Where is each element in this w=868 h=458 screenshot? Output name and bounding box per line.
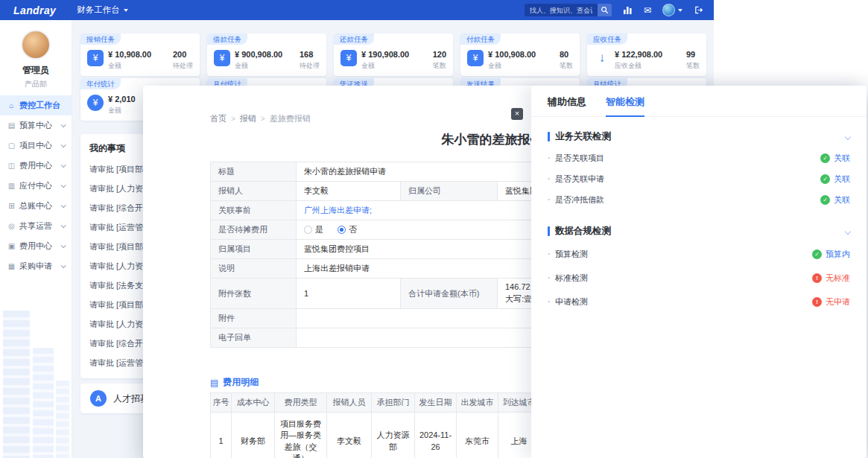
applicant-field-value: 李文毅 <box>297 182 401 201</box>
card-count: 80 <box>560 50 573 59</box>
sidebar-item-label: 共享运营 <box>19 220 52 232</box>
field-label: 说明 <box>211 259 297 279</box>
chevron-down-icon <box>61 122 66 127</box>
status-text[interactable]: 无标准 <box>826 273 850 284</box>
card-amount: ¥ 190,908.00 <box>361 50 409 59</box>
col-header: 报销人员 <box>327 393 372 413</box>
status-text[interactable]: 无申请 <box>826 296 850 308</box>
landray-logo: Landray <box>13 4 56 16</box>
card-count: 200 <box>173 50 193 59</box>
radio-no[interactable] <box>338 226 346 234</box>
section-header: 业务关联检测 <box>548 130 850 143</box>
field-label: 关联事前 <box>211 201 297 220</box>
cell-date: 2024-11-26 <box>415 413 457 458</box>
sidebar-item-label: 费控工作台 <box>19 100 60 111</box>
status-link[interactable]: 关联 <box>834 153 850 164</box>
breadcrumb-separator: > <box>261 115 265 123</box>
bullet-icon: · <box>548 194 551 205</box>
status-link[interactable]: 关联 <box>834 174 850 185</box>
user-name: 管理员 <box>0 64 72 77</box>
radio-yes[interactable] <box>304 226 312 234</box>
chevron-down-icon <box>61 203 66 208</box>
status-link[interactable]: 预算内 <box>826 249 850 260</box>
prior-request-link[interactable]: 广州上海出差申请; <box>304 206 372 214</box>
purchase-icon: ▦ <box>7 262 16 270</box>
check-circle-icon: ✓ <box>812 249 822 259</box>
attach-count-value: 1 <box>297 279 401 309</box>
tab-smart-check[interactable]: 智能检测 <box>606 95 644 117</box>
section-title: 数据合规检测 <box>555 225 611 238</box>
status-link[interactable]: 关联 <box>834 194 850 206</box>
budget-icon: ▤ <box>7 121 16 130</box>
warning-circle-icon: ! <box>812 273 822 283</box>
sidebar-item-project-center[interactable]: ▢ 项目中心 <box>0 136 72 156</box>
expense-detail-section-header: ▤ 费用明细 <box>210 376 259 389</box>
sidebar-item-label: 总账中心 <box>19 200 52 211</box>
sidebar-item-expense-workbench[interactable]: ⌂ 费控工作台 <box>0 95 72 115</box>
search-button[interactable] <box>598 4 612 16</box>
check-circle-icon: ✓ <box>820 153 830 163</box>
ledger-icon: ⊞ <box>7 202 16 210</box>
sidebar-item-budget-center[interactable]: ▤ 预算中心 <box>0 115 72 136</box>
expense-icon: ◫ <box>7 162 16 170</box>
card-reimburse-tasks[interactable]: 报销任务 ¥ ¥ 10,908.00 金额 200 待处理 <box>80 34 200 76</box>
card-count: 99 <box>686 50 700 59</box>
check-label: 是否关联申请 <box>555 174 604 185</box>
building-shape <box>56 381 69 458</box>
sidebar-item-expense-center[interactable]: ◫ 费用中心 <box>0 156 72 176</box>
check-item-standard: · 标准检测 !无标准 <box>548 266 850 290</box>
sidebar-item-label: 应付中心 <box>19 180 52 191</box>
mail-icon[interactable]: ✉ <box>644 6 651 15</box>
project-icon: ▢ <box>7 141 16 150</box>
collapse-chevron-icon[interactable] <box>845 133 851 139</box>
user-avatar[interactable] <box>21 30 51 60</box>
tab-auxiliary-info[interactable]: 辅助信息 <box>548 95 586 116</box>
report-chart-icon[interactable] <box>623 5 633 15</box>
col-header: 承担部门 <box>372 393 415 413</box>
topbar-user-avatar[interactable] <box>662 4 675 16</box>
breadcrumb-separator: > <box>231 115 235 123</box>
workspace-switcher[interactable]: 财务工作台 <box>77 4 128 16</box>
sidebar-item-payable-center[interactable]: ▥ 应付中心 <box>0 176 72 196</box>
section-accent-bar <box>548 226 550 236</box>
talent-icon: A <box>90 390 107 407</box>
sidebar-item-purchase-request[interactable]: ▦ 采购申请 <box>0 256 72 276</box>
card-badge: 年付统计 <box>80 78 121 89</box>
sidebar: 管理员 产品部 ⌂ 费控工作台 ▤ 预算中心 ▢ 项目中心 ◫ 费用中心 ▥ 应… <box>0 20 72 458</box>
card-repayment-tasks[interactable]: 还款任务 ¥ ¥ 190,908.00 金额 120 笔数 <box>334 34 453 76</box>
check-item-related-request: · 是否关联申请 ✓关联 <box>548 168 850 189</box>
card-badge: 借款任务 <box>207 34 247 45</box>
col-header: 发生日期 <box>415 393 457 413</box>
card-payment-tasks[interactable]: 付款任务 ¥ ¥ 100,908.00 金额 80 笔数 <box>460 34 580 76</box>
sidebar-item-label: 费用中心 <box>19 241 52 252</box>
cell-departure-city: 东莞市 <box>457 413 498 458</box>
sidebar-item-expense-center-2[interactable]: ▣ 费用中心 <box>0 236 72 256</box>
check-label: 标准检测 <box>555 273 588 284</box>
field-label: 归属公司 <box>401 182 498 201</box>
expense-detail-window: × 首页 > 报销 > 差旅费报销 朱小雷的差旅报销申请 标题 朱小雷的差旅报销… <box>143 86 867 458</box>
check-circle-icon: ✓ <box>820 195 830 205</box>
collapse-chevron-icon[interactable] <box>845 228 851 234</box>
card-loan-tasks[interactable]: 借款任务 ¥ ¥ 900,908.00 金额 168 待处理 <box>207 34 326 76</box>
cell-expense-type: 项目服务费用—服务类差旅（交通） <box>275 413 327 458</box>
sidebar-item-ledger-center[interactable]: ⊞ 总账中心 <box>0 196 72 216</box>
close-icon[interactable]: × <box>511 108 523 120</box>
card-amount: ¥ 100,908.00 <box>488 50 536 59</box>
section-business-relation-check: 业务关联检测 · 是否关联项目 ✓关联 · 是否关联申请 ✓关联 · 是否冲抵借… <box>531 130 867 210</box>
breadcrumb: 首页 > 报销 > 差旅费报销 <box>210 113 311 124</box>
card-receivable-tasks[interactable]: 应收任务 ↓ ¥ 122,908.00 应收金额 99 笔数 <box>587 34 706 76</box>
card-count: 120 <box>433 50 446 59</box>
workspace-label: 财务工作台 <box>77 4 120 16</box>
breadcrumb-home[interactable]: 首页 <box>210 113 226 124</box>
cell-seq: 1 <box>211 413 232 458</box>
breadcrumb-reimburse[interactable]: 报销 <box>240 113 256 124</box>
card-count-label: 笔数 <box>560 61 573 71</box>
card-amount-label: 金额 <box>235 61 282 71</box>
user-menu-caret-icon[interactable] <box>678 9 682 12</box>
logout-icon[interactable] <box>694 5 703 15</box>
search-input[interactable] <box>525 4 598 16</box>
payment-task-icon: ¥ <box>467 50 484 66</box>
card-amount-label: 金额 <box>108 106 136 115</box>
card-count-label: 待处理 <box>173 61 193 71</box>
sidebar-item-shared-operation[interactable]: ◎ 共享运营 <box>0 216 72 236</box>
